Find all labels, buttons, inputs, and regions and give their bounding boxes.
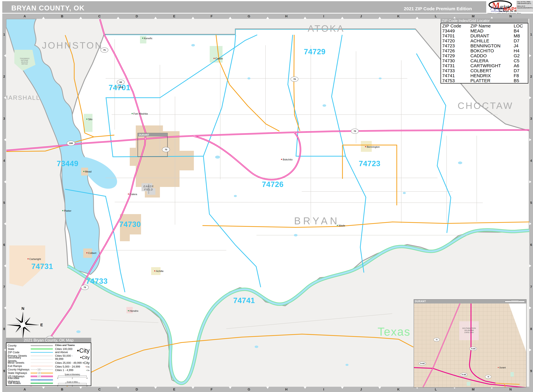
contact-line: 1-888-434-MAPS (6277)	[517, 3, 532, 4]
svg-text:Cobb: Cobb	[117, 86, 123, 89]
shield-70: 70	[162, 147, 170, 152]
inset-us-highways	[414, 303, 526, 387]
state-label-texas: Texas	[377, 325, 411, 338]
scale-kilometers: Scale in Kilometers 0 2 4	[55, 373, 90, 379]
svg-text:Cartwright: Cartwright	[29, 258, 41, 261]
grid-col-A: A	[6, 387, 43, 392]
legend-cities-column: Cities and Towns Cities 100,000 and Abov…	[53, 344, 90, 385]
city-tier-row: Cities 1 - 4,999•City	[55, 369, 90, 372]
grid-ruler-bottom: ABCDEFGHIJKLMN	[6, 387, 529, 392]
svg-text:Colbert: Colbert	[88, 252, 96, 255]
svg-text:Silo: Silo	[88, 118, 92, 121]
svg-text:Durant: Durant	[499, 366, 506, 369]
zip-index-row: 74733COLBERTD7	[441, 68, 528, 73]
legend-item-state: State	[8, 347, 53, 351]
inset-city-label: Durant	[498, 366, 506, 369]
map-sheet: { "header": { "title": "BRYAN COUNTY, OK…	[0, 0, 533, 392]
zip-index-row: 74731CARTWRIGHTA6	[441, 63, 528, 68]
grid-row-3: 3	[2, 98, 6, 140]
svg-text:Bokchito: Bokchito	[283, 158, 292, 161]
inset-title: DURANT	[415, 300, 426, 303]
legend-item-zip: ZIP Code	[8, 351, 53, 354]
edition-label: 2021 ZIP Code Premium Edition	[404, 6, 472, 11]
svg-text:78: 78	[487, 376, 489, 378]
scale-bar-mi	[58, 383, 87, 385]
grid-col-N: N	[492, 387, 529, 392]
grid-row-7: 7	[529, 266, 533, 308]
grid-row-3: 3	[529, 98, 533, 140]
svg-text:70-BR: 70-BR	[420, 363, 425, 364]
svg-text:Bennington: Bennington	[367, 145, 380, 148]
zip-label-73449: 73449	[57, 159, 78, 168]
svg-text:REFUGE: REFUGE	[21, 63, 28, 65]
contact-line: CALL US TOLL FREE!	[517, 1, 532, 3]
svg-text:WILDLIFE: WILDLIFE	[21, 61, 28, 63]
grid-col-C: C	[81, 14, 118, 19]
grid-row-6: 6	[2, 224, 6, 266]
city-tier-row: Cities 100,000 and Above•City	[55, 347, 90, 354]
zip-index-row: 74730CALERAC5	[441, 58, 528, 63]
grid-row-6: 6	[529, 224, 533, 266]
svg-text:75-BR: 75-BR	[471, 348, 476, 350]
inset-park-2	[467, 382, 471, 386]
legend-item-exit: Exit Ramps	[8, 364, 53, 368]
svg-text:NATIONAL: NATIONAL	[21, 60, 28, 61]
svg-text:70: 70	[165, 148, 167, 151]
zip-index-row: 73449MEADB4	[441, 28, 528, 33]
grid-col-L: L	[417, 14, 455, 19]
grid-col-N: N	[492, 14, 529, 19]
header-bar: BRYAN COUNTY, OK 2021 ZIP Code Premium E…	[2, 1, 486, 13]
svg-text:Achille: Achille	[156, 270, 164, 273]
grid-col-B: B	[43, 14, 81, 19]
legend-item-county: County	[8, 344, 53, 347]
svg-text:TISHOMINGO: TISHOMINGO	[20, 58, 30, 59]
legend-item-minor: Minor Streets	[8, 361, 53, 364]
page-title: BRYAN COUNTY, OK	[11, 4, 85, 12]
grid-col-C: C	[81, 387, 118, 392]
grid-col-I: I	[305, 14, 342, 19]
svg-text:Platter: Platter	[64, 210, 71, 212]
legend-shield-icon: 127	[37, 375, 41, 377]
scale-bar-km	[58, 376, 87, 377]
grid-row-2: 2	[529, 56, 533, 98]
shield-75-south: 75	[81, 285, 89, 290]
svg-text:STATE UNIV: STATE UNIV	[464, 331, 474, 333]
svg-text:78: 78	[293, 78, 296, 80]
grid-col-K: K	[380, 387, 417, 392]
zip-index-column-header: LOC	[513, 23, 528, 28]
shield-199: 199	[67, 141, 75, 146]
grid-ruler-right: 123456789	[529, 14, 533, 392]
legend-item-shwy: State Highways125	[8, 371, 53, 375]
grid-row-5: 5	[529, 182, 533, 224]
grid-row-9: 9	[2, 350, 6, 392]
city-tier-row: Cities 25,000 - 49,999•City	[55, 361, 90, 365]
grid-row-5: 5	[2, 182, 6, 224]
svg-text:Wade: Wade	[339, 224, 345, 227]
legend-body: CountyStateZIP CodePrimary StreetsSecond…	[6, 343, 91, 386]
city-rows: Cities 100,000 and Above•CityCities 50,0…	[55, 347, 90, 372]
grid-col-D: D	[118, 14, 156, 19]
grid-row-2: 2	[2, 56, 6, 98]
zip-index-row: 74729CADDOG2	[441, 53, 528, 58]
logo-tagline: On Target. On Time.	[499, 10, 519, 13]
zip-label-74733: 74733	[86, 277, 108, 285]
grid-col-I: I	[305, 387, 342, 392]
county-label-marshall: MARSHALL	[6, 94, 40, 101]
grid-row-8: 8	[2, 308, 6, 350]
grid-col-H: H	[268, 14, 305, 19]
grid-col-F: F	[193, 387, 230, 392]
durant-inset-map: DURANT 75 70-BR 75-BR 75-BR	[414, 299, 527, 387]
svg-text:70: 70	[354, 130, 356, 132]
grid-col-L: L	[417, 387, 455, 392]
silo-town-patch	[84, 114, 93, 132]
grid-ruler-left: 123456789	[2, 14, 6, 392]
compass-n: N	[22, 306, 24, 311]
grid-col-A: A	[6, 14, 43, 19]
legend-item-secondary: Secondary Streets	[8, 358, 53, 361]
logo-m: M	[492, 1, 500, 10]
scale-miles: Scale in Miles 0 1 2	[55, 381, 90, 387]
svg-text:SOUTHEASTERN: SOUTHEASTERN	[462, 327, 476, 329]
grid-row-7: 7	[2, 266, 6, 308]
svg-text:Mead: Mead	[85, 170, 92, 173]
inset-title-bar: DURANT	[414, 300, 526, 303]
